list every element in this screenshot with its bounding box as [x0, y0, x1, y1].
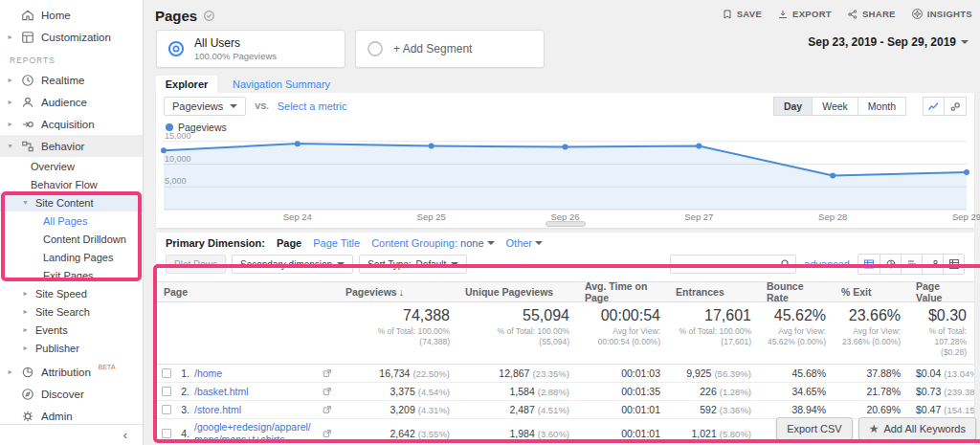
plot-rows-button[interactable]: Plot Rows	[166, 255, 226, 274]
sidebar-item-acquisition[interactable]: ▸ Acquisition	[0, 113, 143, 135]
header-page-value[interactable]: Page Value	[908, 280, 974, 303]
percentage-view-icon[interactable]	[880, 255, 901, 274]
row-checkbox[interactable]	[162, 387, 171, 396]
add-all-keywords-button[interactable]: ★ Add All Keywords	[858, 417, 976, 440]
page-link[interactable]: /basket.html	[194, 386, 318, 398]
comparison-view-icon[interactable]	[922, 255, 943, 274]
sidebar-item-content-drilldown[interactable]: Content Drilldown	[0, 230, 143, 248]
chart-pan-handle[interactable]	[546, 221, 586, 227]
share-button[interactable]: SHARE	[847, 9, 896, 20]
granularity-week[interactable]: Week	[813, 97, 858, 116]
sidebar-item-landing-pages[interactable]: Landing Pages	[0, 248, 143, 266]
secondary-dimension-button[interactable]: Secondary dimension	[232, 255, 353, 274]
chart-type-group	[923, 97, 967, 116]
search-input[interactable]	[675, 258, 780, 270]
cell-avg-time: 00:01:01	[621, 428, 660, 439]
sidebar-item-attribution[interactable]: ▸ Attribution BETA	[0, 361, 143, 383]
line-chart-icon[interactable]	[923, 97, 945, 116]
cell-avg-time: 00:01:35	[621, 386, 660, 397]
pageviews-chart[interactable]: 5,00010,00015,000	[164, 137, 967, 210]
external-link-icon[interactable]	[323, 368, 332, 378]
chevron-down-icon: ▾	[6, 142, 14, 150]
dimension-other[interactable]: Other	[506, 237, 544, 249]
sidebar-item-discover[interactable]: Discover	[0, 383, 143, 405]
sidebar-label: Site Speed	[35, 288, 87, 300]
pivot-view-icon[interactable]	[943, 255, 964, 274]
sidebar-item-behavior[interactable]: ▾ Behavior	[0, 135, 143, 157]
sidebar-item-realtime[interactable]: ▸ Realtime	[0, 69, 143, 91]
sort-type-button[interactable]: Sort Type: Default	[359, 255, 467, 274]
cell-percent-exit: 21.78%	[866, 386, 901, 397]
date-range-selector[interactable]: Sep 23, 2019 - Sep 29, 2019	[808, 35, 969, 49]
page-link[interactable]: /store.html	[194, 404, 318, 416]
granularity-day[interactable]: Day	[773, 97, 813, 116]
cell-entrances: 9,925	[686, 367, 711, 379]
dimension-content-grouping[interactable]: Content Grouping: none	[371, 237, 494, 249]
row-checkbox[interactable]	[162, 368, 171, 378]
cell-avg-time: 00:01:01	[621, 404, 660, 415]
sidebar: Home ▸ Customization REPORTS ▸ Realtime …	[0, 0, 144, 445]
row-checkbox[interactable]	[162, 429, 171, 438]
metric-toolbar: Pageviews VS. Select a metric Day Week M…	[156, 93, 974, 120]
sidebar-item-audience[interactable]: ▸ Audience	[0, 91, 143, 113]
sidebar-item-customization[interactable]: ▸ Customization	[0, 26, 143, 48]
header-page[interactable]: Page	[156, 286, 338, 298]
sidebar-label: Behavior Flow	[31, 179, 98, 190]
sidebar-item-home[interactable]: Home	[0, 4, 143, 26]
cell-avg-time: 00:01:03	[621, 367, 660, 379]
cell-page-value: $0.04	[916, 367, 941, 379]
table-view-icon[interactable]	[858, 255, 880, 274]
page-link[interactable]: /home	[194, 367, 318, 380]
sidebar-item-all-pages[interactable]: All Pages	[0, 211, 143, 230]
table-row[interactable]: 1. /home 16,734(22.50%) 12,867(23.35%) 0…	[156, 365, 974, 383]
motion-chart-icon[interactable]	[945, 97, 967, 116]
select-metric-link[interactable]: Select a metric	[278, 100, 347, 112]
x-axis-label: Sep 27	[684, 211, 713, 222]
beta-badge: BETA	[99, 364, 116, 370]
header-entrances[interactable]: Entrances	[668, 286, 759, 298]
save-button[interactable]: SAVE	[722, 9, 762, 20]
insights-button[interactable]: INSIGHTS	[911, 8, 972, 20]
sidebar-item-site-search[interactable]: ▸ Site Search	[0, 302, 143, 321]
caret-down-icon	[451, 262, 458, 266]
sidebar-item-site-speed[interactable]: ▸ Site Speed	[0, 284, 143, 302]
home-icon	[20, 8, 35, 23]
advanced-search-link[interactable]: advanced	[804, 258, 850, 270]
header-pageviews[interactable]: Pageviews↓	[338, 286, 457, 298]
external-link-icon[interactable]	[323, 405, 332, 414]
tab-navigation-summary[interactable]: Navigation Summary	[233, 78, 330, 90]
page-link[interactable]: /google+redesign/apparel/mens/mens+t+shi…	[194, 421, 318, 445]
search-icon[interactable]	[780, 258, 791, 270]
add-segment-button[interactable]: + Add Segment	[355, 30, 545, 68]
header-unique-pageviews[interactable]: Unique Pageviews	[457, 286, 577, 298]
cell-page-value: $0.47	[916, 404, 941, 415]
external-link-icon[interactable]	[323, 429, 332, 438]
sidebar-item-publisher[interactable]: ▸ Publisher	[0, 339, 143, 357]
sidebar-item-behavior-flow[interactable]: Behavior Flow	[0, 175, 143, 193]
add-segment-icon	[366, 39, 385, 58]
table-row[interactable]: 2. /basket.html 3,375(4.54%) 1,584(2.88%…	[156, 383, 974, 401]
export-button[interactable]: EXPORT	[777, 9, 832, 20]
external-link-icon[interactable]	[323, 387, 332, 396]
caret-down-icon	[535, 241, 543, 245]
caret-down-icon	[961, 40, 969, 44]
performance-view-icon[interactable]	[901, 255, 922, 274]
row-checkbox[interactable]	[162, 405, 171, 414]
header-bounce-rate[interactable]: Bounce Rate	[759, 280, 834, 303]
cell-unique-pageviews: 12,867	[499, 367, 529, 379]
sidebar-item-site-content[interactable]: ▾ Site Content	[0, 193, 143, 211]
sidebar-item-events[interactable]: ▸ Events	[0, 321, 143, 339]
header-percent-exit[interactable]: % Exit	[834, 286, 908, 298]
sidebar-item-exit-pages[interactable]: Exit Pages	[0, 266, 143, 284]
metric-selector[interactable]: Pageviews	[164, 97, 246, 116]
sidebar-item-overview[interactable]: Overview	[0, 157, 143, 175]
dimension-page[interactable]: Page	[277, 237, 301, 249]
granularity-month[interactable]: Month	[858, 97, 906, 116]
segment-all-users[interactable]: All Users 100.00% Pageviews	[156, 30, 345, 68]
cell-page-value: $0.73	[916, 386, 941, 397]
collapse-sidebar-icon[interactable]: ‹	[123, 428, 127, 442]
export-csv-button[interactable]: Export CSV	[776, 417, 852, 440]
dimension-page-title[interactable]: Page Title	[313, 237, 360, 249]
tab-explorer[interactable]: Explorer	[156, 76, 217, 93]
header-avg-time[interactable]: Avg. Time on Page	[577, 280, 668, 303]
